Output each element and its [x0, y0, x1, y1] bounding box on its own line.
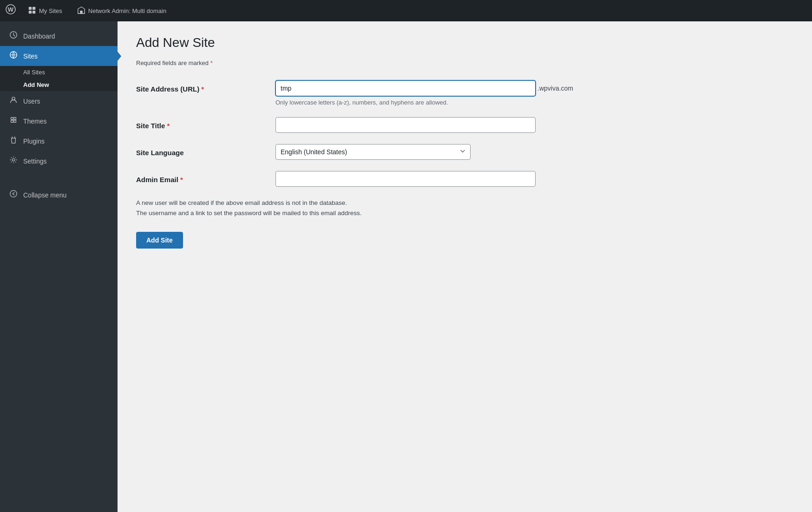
plugins-icon [8, 136, 19, 146]
required-star: * [210, 59, 213, 66]
my-sites-label: My Sites [39, 7, 62, 14]
svg-rect-5 [33, 10, 35, 13]
admin-email-input[interactable] [275, 171, 536, 187]
site-address-field: .wpviva.com Only lowercase letters (a-z)… [275, 80, 793, 106]
sidebar-users-label: Users [23, 98, 40, 105]
sidebar-item-settings[interactable]: Settings [0, 151, 118, 171]
network-admin-label: Network Admin: Multi domain [88, 7, 166, 14]
required-note: Required fields are marked * [136, 59, 793, 66]
add-site-button[interactable]: Add Site [136, 232, 183, 249]
sidebar-settings-label: Settings [23, 158, 47, 165]
site-title-field [275, 117, 793, 133]
sidebar-item-themes[interactable]: Themes [0, 111, 118, 131]
site-title-label: Site Title * [136, 117, 275, 130]
sidebar-item-dashboard[interactable]: Dashboard [0, 26, 118, 46]
my-sites-icon [28, 6, 36, 16]
svg-rect-3 [33, 7, 35, 9]
site-address-input[interactable] [275, 80, 536, 96]
sidebar-item-sites[interactable]: Sites [0, 46, 118, 66]
collapse-icon [8, 190, 19, 200]
site-title-input[interactable] [275, 117, 536, 133]
sidebar-dashboard-label: Dashboard [23, 33, 55, 40]
settings-icon [8, 156, 19, 166]
network-admin-icon [77, 6, 85, 16]
themes-icon [8, 116, 19, 126]
my-sites-menu[interactable]: My Sites [25, 4, 65, 18]
page-title: Add New Site [136, 35, 793, 50]
site-language-label: Site Language [136, 144, 275, 157]
site-address-label: Site Address (URL) * [136, 80, 275, 93]
users-icon [8, 96, 19, 106]
collapse-menu-button[interactable]: Collapse menu [0, 185, 118, 205]
main-layout: Dashboard Sites All Sites Add New Users [0, 21, 812, 512]
svg-text:W: W [8, 6, 14, 13]
sites-submenu: All Sites Add New [0, 66, 118, 91]
svg-rect-2 [29, 7, 32, 9]
site-language-select[interactable]: English (United States) English (UK) Fra… [275, 144, 471, 160]
site-language-row: Site Language English (United States) En… [136, 144, 793, 160]
dashboard-icon [8, 31, 19, 41]
sidebar-sites-label: Sites [23, 53, 38, 60]
site-title-row: Site Title * [136, 117, 793, 133]
site-address-hint: Only lowercase letters (a-z), numbers, a… [275, 99, 793, 106]
sidebar-subitem-add-new[interactable]: Add New [0, 79, 118, 91]
sidebar-item-plugins[interactable]: Plugins [0, 131, 118, 151]
form-note: A new user will be created if the above … [136, 198, 498, 218]
sidebar: Dashboard Sites All Sites Add New Users [0, 21, 118, 512]
svg-rect-6 [80, 10, 82, 13]
collapse-menu-label: Collapse menu [23, 191, 66, 199]
sidebar-themes-label: Themes [23, 118, 47, 125]
sidebar-plugins-label: Plugins [23, 138, 45, 145]
main-content: Add New Site Required fields are marked … [118, 21, 812, 512]
admin-bar: W My Sites Network Admin: Multi domain [0, 0, 812, 21]
sidebar-item-users[interactable]: Users [0, 91, 118, 111]
sites-icon [8, 51, 19, 61]
svg-point-10 [10, 190, 17, 197]
network-admin-menu[interactable]: Network Admin: Multi domain [74, 4, 169, 18]
site-address-row: Site Address (URL) * .wpviva.com Only lo… [136, 80, 793, 106]
svg-rect-4 [29, 10, 32, 13]
url-suffix: .wpviva.com [537, 85, 573, 92]
site-language-field: English (United States) English (UK) Fra… [275, 144, 793, 160]
svg-point-9 [12, 158, 14, 161]
admin-email-field [275, 171, 793, 187]
sidebar-subitem-all-sites[interactable]: All Sites [0, 66, 118, 79]
wp-logo-icon[interactable]: W [6, 4, 16, 17]
admin-email-row: Admin Email * [136, 171, 793, 187]
admin-email-label: Admin Email * [136, 171, 275, 184]
